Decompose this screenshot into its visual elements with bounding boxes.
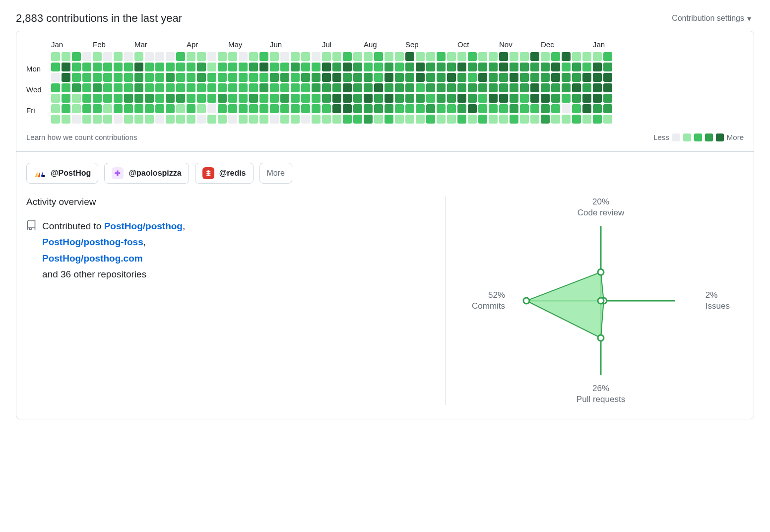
contribution-cell[interactable] [103, 63, 112, 71]
contribution-cell[interactable] [353, 63, 362, 71]
contribution-cell[interactable] [364, 52, 373, 61]
contribution-cell[interactable] [166, 63, 175, 71]
contribution-cell[interactable] [239, 73, 248, 82]
contribution-cell[interactable] [145, 52, 154, 61]
org-chip[interactable]: @redis [195, 163, 254, 184]
repo-link[interactable]: PostHog/posthog-foss [42, 237, 143, 247]
contribution-cell[interactable] [489, 52, 498, 61]
contribution-cell[interactable] [259, 83, 268, 92]
contribution-cell[interactable] [353, 115, 362, 124]
contribution-cell[interactable] [395, 73, 404, 82]
contribution-cell[interactable] [478, 94, 487, 103]
contribution-cell[interactable] [447, 94, 456, 103]
contribution-cell[interactable] [510, 115, 518, 124]
contribution-cell[interactable] [374, 94, 383, 103]
contribution-cell[interactable] [582, 73, 591, 82]
contribution-cell[interactable] [457, 52, 466, 61]
contribution-cell[interactable] [82, 52, 91, 61]
contribution-cell[interactable] [197, 73, 206, 82]
contribution-cell[interactable] [270, 63, 279, 71]
contribution-cell[interactable] [551, 52, 560, 61]
contribution-cell[interactable] [124, 115, 133, 124]
contribution-cell[interactable] [551, 104, 560, 113]
contribution-cell[interactable] [530, 94, 539, 103]
contribution-cell[interactable] [239, 52, 248, 61]
contribution-cell[interactable] [385, 73, 393, 82]
contribution-cell[interactable] [457, 104, 466, 113]
contribution-cell[interactable] [124, 94, 133, 103]
contribution-cell[interactable] [124, 63, 133, 71]
contribution-cell[interactable] [582, 104, 591, 113]
contribution-cell[interactable] [520, 94, 529, 103]
contribution-cell[interactable] [468, 52, 477, 61]
contribution-cell[interactable] [582, 94, 591, 103]
contribution-cell[interactable] [187, 104, 195, 113]
contribution-cell[interactable] [166, 115, 175, 124]
contribution-cell[interactable] [218, 115, 227, 124]
contribution-cell[interactable] [530, 52, 539, 61]
contribution-cell[interactable] [249, 73, 258, 82]
repo-link[interactable]: PostHog/posthog [104, 221, 183, 231]
contribution-cell[interactable] [374, 73, 383, 82]
contribution-cell[interactable] [478, 63, 487, 71]
contribution-cell[interactable] [405, 63, 414, 71]
contribution-cell[interactable] [416, 52, 425, 61]
contribution-cell[interactable] [499, 63, 508, 71]
contribution-cell[interactable] [499, 115, 508, 124]
contribution-cell[interactable] [145, 73, 154, 82]
contribution-cell[interactable] [239, 83, 248, 92]
contribution-cell[interactable] [405, 115, 414, 124]
contribution-cell[interactable] [134, 83, 143, 92]
contribution-cell[interactable] [187, 115, 195, 124]
contribution-cell[interactable] [562, 83, 571, 92]
contribution-cell[interactable] [530, 115, 539, 124]
contribution-cell[interactable] [93, 63, 102, 71]
contribution-cell[interactable] [582, 63, 591, 71]
contribution-cell[interactable] [530, 83, 539, 92]
contribution-cell[interactable] [207, 104, 216, 113]
contribution-cell[interactable] [259, 115, 268, 124]
contribution-cell[interactable] [62, 52, 70, 61]
contribution-cell[interactable] [332, 73, 341, 82]
contribution-cell[interactable] [520, 52, 529, 61]
contribution-cell[interactable] [582, 52, 591, 61]
contribution-cell[interactable] [218, 73, 227, 82]
contribution-cell[interactable] [51, 104, 60, 113]
contribution-cell[interactable] [530, 104, 539, 113]
contribution-cell[interactable] [603, 104, 612, 113]
contribution-cell[interactable] [187, 63, 195, 71]
contribution-cell[interactable] [312, 63, 321, 71]
contribution-cell[interactable] [291, 52, 300, 61]
contribution-cell[interactable] [510, 104, 518, 113]
contribution-cell[interactable] [270, 94, 279, 103]
contribution-cell[interactable] [62, 94, 70, 103]
contribution-cell[interactable] [530, 63, 539, 71]
contribution-cell[interactable] [343, 115, 352, 124]
contribution-cell[interactable] [593, 83, 602, 92]
contribution-cell[interactable] [312, 104, 321, 113]
contribution-cell[interactable] [51, 63, 60, 71]
contribution-cell[interactable] [395, 63, 404, 71]
contribution-cell[interactable] [322, 115, 331, 124]
contribution-cell[interactable] [82, 83, 91, 92]
contribution-cell[interactable] [72, 104, 81, 113]
contribution-cell[interactable] [270, 52, 279, 61]
contribution-cell[interactable] [280, 83, 289, 92]
contribution-cell[interactable] [124, 73, 133, 82]
contribution-cell[interactable] [312, 94, 321, 103]
contribution-cell[interactable] [405, 104, 414, 113]
contribution-cell[interactable] [82, 104, 91, 113]
contribution-cell[interactable] [249, 94, 258, 103]
contribution-cell[interactable] [426, 63, 435, 71]
contribution-cell[interactable] [322, 63, 331, 71]
contribution-cell[interactable] [197, 63, 206, 71]
contribution-cell[interactable] [353, 104, 362, 113]
contribution-cell[interactable] [249, 52, 258, 61]
contribution-cell[interactable] [489, 104, 498, 113]
contribution-cell[interactable] [374, 52, 383, 61]
contribution-cell[interactable] [426, 83, 435, 92]
contribution-cell[interactable] [124, 83, 133, 92]
contribution-cell[interactable] [62, 83, 70, 92]
contribution-cell[interactable] [499, 94, 508, 103]
contribution-cell[interactable] [457, 73, 466, 82]
